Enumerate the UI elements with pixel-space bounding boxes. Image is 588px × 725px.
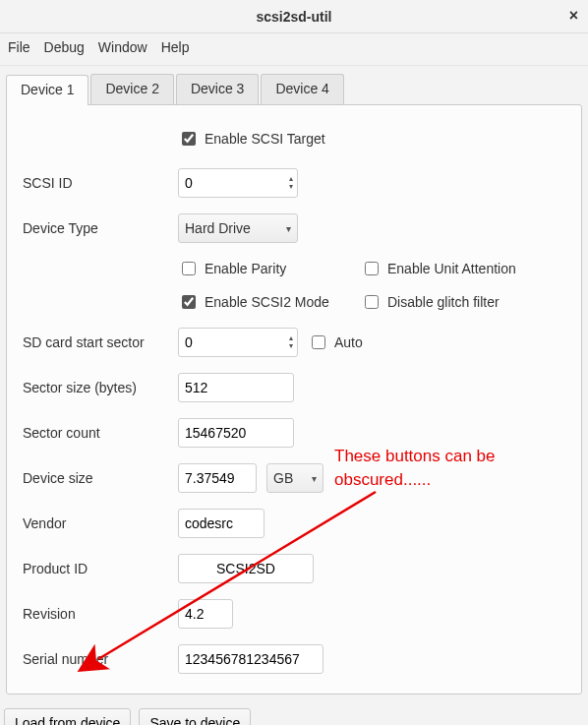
save-to-device-button[interactable]: Save to device — [139, 708, 251, 725]
tab-device-1[interactable]: Device 1 — [6, 75, 88, 105]
serial-label: Serial number — [23, 651, 178, 667]
enable-parity-label: Enable Parity — [205, 261, 286, 276]
enable-target-input[interactable] — [182, 132, 196, 146]
chevron-down-icon: ▾ — [286, 223, 291, 234]
serial-input[interactable] — [178, 644, 323, 674]
device-size-unit-select[interactable]: GB ▾ — [266, 463, 323, 493]
menu-debug[interactable]: Debug — [44, 39, 85, 55]
sd-start-input[interactable] — [185, 334, 273, 350]
device-type-value: Hard Drive — [185, 220, 251, 236]
device-panel: Enable SCSI Target SCSI ID ▴ ▾ Device Ty… — [6, 104, 582, 695]
scsi-id-spinner[interactable]: ▴ ▾ — [178, 168, 298, 198]
sd-start-label: SD card start sector — [23, 334, 178, 350]
load-from-device-button[interactable]: Load from device — [4, 708, 131, 725]
sd-start-decrement[interactable]: ▾ — [289, 342, 293, 350]
tab-device-2[interactable]: Device 2 — [90, 74, 173, 104]
product-id-label: Product ID — [23, 561, 178, 576]
vendor-input[interactable] — [178, 509, 265, 538]
revision-input[interactable] — [178, 599, 233, 629]
chevron-down-icon: ▾ — [312, 473, 317, 484]
device-type-label: Device Type — [23, 220, 178, 236]
sector-count-input[interactable] — [178, 418, 294, 448]
enable-target-label: Enable SCSI Target — [205, 131, 325, 147]
auto-label: Auto — [334, 334, 363, 350]
button-bar: Load from device Save to device — [0, 698, 588, 725]
disable-glitch-label: Disable glitch filter — [387, 294, 500, 310]
enable-scsi2-checkbox[interactable]: Enable SCSI2 Mode — [178, 292, 355, 312]
device-size-unit-value: GB — [273, 470, 293, 486]
scsi-id-input[interactable] — [185, 175, 273, 191]
enable-unit-attention-label: Enable Unit Attention — [387, 261, 516, 276]
enable-unit-attention-input[interactable] — [365, 262, 379, 275]
menu-help[interactable]: Help — [161, 39, 190, 55]
sd-start-spinner[interactable]: ▴ ▾ — [178, 328, 298, 357]
vendor-label: Vendor — [23, 515, 178, 531]
enable-parity-checkbox[interactable]: Enable Parity — [178, 259, 355, 278]
enable-target-checkbox[interactable]: Enable SCSI Target — [178, 129, 325, 149]
tab-strip: Device 1 Device 2 Device 3 Device 4 — [6, 74, 582, 104]
device-type-select[interactable]: Hard Drive ▾ — [178, 213, 298, 243]
enable-parity-input[interactable] — [182, 262, 196, 275]
menu-window[interactable]: Window — [98, 39, 147, 55]
menubar: File Debug Window Help — [0, 33, 588, 66]
sector-count-label: Sector count — [23, 425, 178, 441]
menu-file[interactable]: File — [8, 39, 30, 55]
revision-label: Revision — [23, 606, 178, 622]
device-size-label: Device size — [23, 470, 178, 486]
tab-device-3[interactable]: Device 3 — [176, 74, 259, 104]
close-icon[interactable]: × — [569, 7, 578, 25]
enable-scsi2-input[interactable] — [182, 295, 196, 309]
product-id-input[interactable] — [178, 554, 314, 583]
sector-size-label: Sector size (bytes) — [23, 380, 178, 395]
scsi-id-decrement[interactable]: ▾ — [289, 183, 293, 191]
auto-checkbox[interactable]: Auto — [308, 332, 363, 352]
window-title: scsi2sd-util — [256, 9, 331, 25]
scsi-id-label: SCSI ID — [23, 175, 178, 191]
enable-scsi2-label: Enable SCSI2 Mode — [205, 294, 329, 310]
tab-device-4[interactable]: Device 4 — [261, 74, 343, 104]
enable-unit-attention-checkbox[interactable]: Enable Unit Attention — [361, 259, 538, 278]
sector-size-input[interactable] — [178, 373, 294, 402]
device-size-input[interactable] — [178, 463, 257, 493]
disable-glitch-input[interactable] — [365, 295, 379, 309]
disable-glitch-checkbox[interactable]: Disable glitch filter — [361, 292, 538, 312]
auto-input[interactable] — [312, 335, 325, 349]
